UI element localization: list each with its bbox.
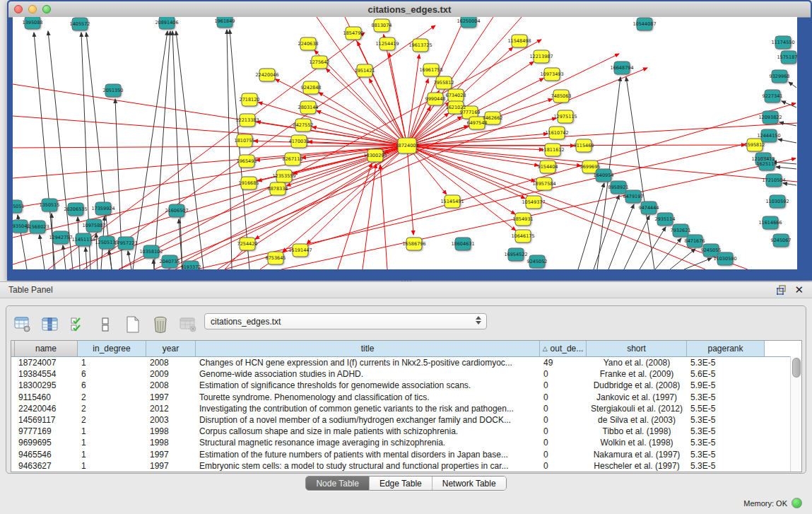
delete-column-icon[interactable]: [151, 315, 170, 334]
table-cell[interactable]: Embryonic stem cells: a model to study s…: [196, 461, 540, 471]
table-cell[interactable]: Estimation of significance thresholds fo…: [196, 380, 540, 390]
table-row[interactable]: 969969511998Structural magnetic resonanc…: [11, 437, 801, 448]
table-cell[interactable]: Franke et al. (2009): [587, 369, 687, 379]
memory-status-icon[interactable]: [792, 498, 802, 508]
close-panel-icon[interactable]: ✕: [794, 284, 804, 296]
new-column-icon[interactable]: [124, 315, 142, 334]
table-row[interactable]: 946554611997Estimation of the future num…: [11, 449, 801, 460]
table-cell[interactable]: Changes of HCN gene expression and I(f) …: [196, 358, 540, 368]
table-cell[interactable]: 1: [78, 426, 146, 436]
column-header-in_degree[interactable]: in_degree: [78, 341, 146, 356]
delete-table-icon[interactable]: [179, 315, 197, 334]
table-row[interactable]: 1830029562008Estimation of significance …: [11, 380, 801, 391]
table-cell[interactable]: Genome-wide association studies in ADHD.: [196, 369, 540, 379]
table-cell[interactable]: 9115460: [15, 392, 78, 402]
table-cell[interactable]: 1998: [146, 426, 196, 436]
table-cell[interactable]: Tourette syndrome. Phenomenology and cla…: [196, 392, 540, 402]
table-cell[interactable]: 5.5E-5: [687, 404, 765, 414]
table-cell[interactable]: 5.3E-5: [687, 415, 765, 425]
column-header-year[interactable]: year: [146, 341, 196, 356]
network-canvas[interactable]: 1830029522420046271812012213383181075519…: [13, 17, 797, 269]
table-source-dropdown[interactable]: citations_edges.txt: [204, 313, 487, 329]
table-cell[interactable]: 5.3E-5: [687, 426, 765, 436]
table-row[interactable]: 2242004622012Investigating the contribut…: [11, 403, 801, 414]
table-cell[interactable]: 0: [540, 461, 587, 471]
table-cell[interactable]: 9463627: [15, 461, 78, 471]
column-header-out_de[interactable]: △out_de...: [540, 341, 587, 356]
scrollbar-thumb[interactable]: [792, 358, 801, 378]
table-cell[interactable]: 2009: [146, 369, 196, 379]
table-cell[interactable]: 0: [540, 438, 587, 448]
table-panel-titlebar[interactable]: Table Panel ✕: [0, 281, 812, 298]
table-row[interactable]: 911546021997Tourette syndrome. Phenomeno…: [11, 392, 801, 403]
tab-node-table[interactable]: Node Table: [306, 477, 370, 490]
column-header-name[interactable]: name: [15, 341, 78, 356]
table-cell[interactable]: 0: [540, 404, 587, 414]
toggle-rows-icon[interactable]: [96, 315, 114, 334]
table-row[interactable]: 946362711997Embryonic stem cells: a mode…: [11, 460, 801, 472]
tab-edge-table[interactable]: Edge Table: [370, 477, 433, 490]
table-row[interactable]: 1456911722003Disruption of a novel membe…: [11, 414, 801, 426]
table-cell[interactable]: 5.3E-5: [687, 358, 765, 368]
table-cell[interactable]: 0: [540, 450, 587, 460]
table-cell[interactable]: 2008: [146, 358, 196, 368]
table-cell[interactable]: Structural magnetic resonance image aver…: [196, 438, 540, 448]
zoom-window-icon[interactable]: [42, 5, 51, 13]
table-cell[interactable]: 2008: [146, 380, 196, 390]
column-header-short[interactable]: short: [587, 341, 687, 356]
table-cell[interactable]: Hescheler et al. (1997): [587, 461, 687, 471]
close-window-icon[interactable]: [14, 5, 23, 13]
table-cell[interactable]: 5.3E-5: [687, 461, 765, 471]
tab-network-table[interactable]: Network Table: [433, 477, 506, 490]
minimize-window-icon[interactable]: [28, 5, 37, 13]
table-cell[interactable]: 19384554: [15, 369, 78, 379]
table-cell[interactable]: 1997: [146, 461, 196, 471]
table-cell[interactable]: 2: [78, 392, 146, 402]
float-panel-icon[interactable]: [776, 284, 787, 296]
table-cell[interactable]: 1998: [146, 438, 196, 448]
table-row[interactable]: 1938455462009Genome-wide association stu…: [11, 368, 801, 380]
table-cell[interactable]: 5.3E-5: [687, 450, 765, 460]
table-cell[interactable]: Nakamura et al. (1997): [587, 450, 687, 460]
table-cell[interactable]: 18300295: [15, 380, 78, 390]
table-cell[interactable]: 49: [540, 358, 587, 368]
table-cell[interactable]: 22420046: [15, 404, 78, 414]
table-cell[interactable]: Yano et al. (2008): [587, 358, 687, 368]
table-cell[interactable]: 1: [78, 450, 146, 460]
table-cell[interactable]: de Silva et al. (2003): [587, 415, 687, 425]
table-cell[interactable]: 0: [540, 392, 587, 402]
table-cell[interactable]: 1997: [146, 392, 196, 402]
table-row[interactable]: 977716911998Corpus callosum shape and si…: [11, 426, 801, 437]
table-cell[interactable]: Wolkin et al. (1998): [587, 438, 687, 448]
table-cell[interactable]: 2: [78, 415, 146, 425]
table-cell[interactable]: 5.6E-5: [687, 369, 765, 379]
table-cell[interactable]: 6: [78, 380, 146, 390]
table-cell[interactable]: Tibbo et al. (1998): [587, 426, 687, 436]
table-cell[interactable]: 14569117: [15, 415, 78, 425]
table-cell[interactable]: 5.3E-5: [687, 392, 765, 402]
table-cell[interactable]: 0: [540, 426, 587, 436]
table-cell[interactable]: 9465546: [15, 450, 78, 460]
window-titlebar[interactable]: citations_edges.txt: [8, 1, 811, 18]
table-cell[interactable]: 1997: [146, 450, 196, 460]
table-cell[interactable]: 2003: [146, 415, 196, 425]
table-cell[interactable]: 2012: [146, 404, 196, 414]
table-cell[interactable]: 2: [78, 404, 146, 414]
table-cell[interactable]: 6: [78, 369, 146, 379]
table-cell[interactable]: 0: [540, 369, 587, 379]
row-selection-icon[interactable]: [69, 315, 87, 334]
table-cell[interactable]: 1: [78, 461, 146, 471]
table-cell[interactable]: Jankovic et al. (1997): [587, 392, 687, 402]
column-header-pagerank[interactable]: pagerank: [687, 341, 765, 356]
table-cell[interactable]: Stergiakouli et al. (2012): [587, 404, 687, 414]
table-cell[interactable]: Disruption of a novel member of a sodium…: [196, 415, 540, 425]
table-cell[interactable]: 18724007: [15, 358, 78, 368]
table-vertical-scrollbar[interactable]: [790, 356, 801, 472]
table-cell[interactable]: 1: [78, 358, 146, 368]
table-cell[interactable]: Estimation of the future numbers of pati…: [196, 450, 540, 460]
table-cell[interactable]: 0: [540, 380, 587, 390]
table-mode-icon[interactable]: [13, 315, 32, 334]
column-header-title[interactable]: title: [196, 341, 540, 356]
table-cell[interactable]: Dudbridge et al. (2008): [587, 380, 687, 390]
table-cell[interactable]: Corpus callosum shape and size in male p…: [196, 426, 540, 436]
